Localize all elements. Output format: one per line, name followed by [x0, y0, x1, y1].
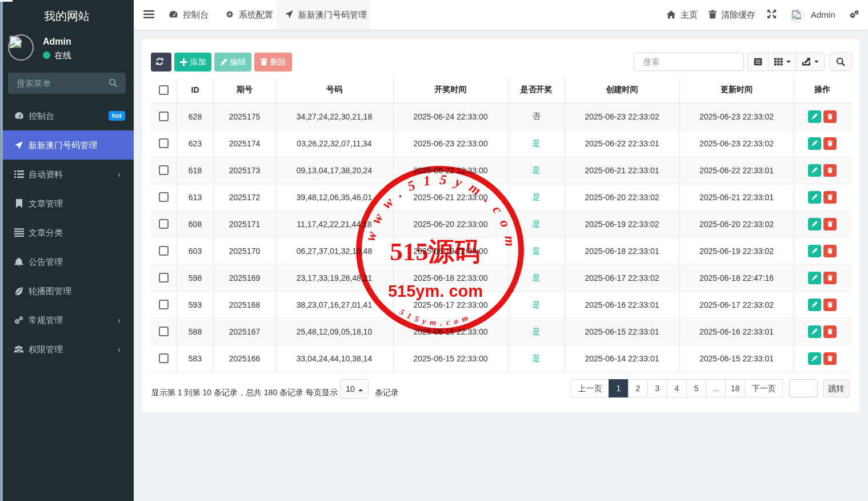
svg-text:515源码: 515源码: [390, 237, 480, 266]
svg-text:515ym. com: 515ym. com: [388, 282, 483, 300]
